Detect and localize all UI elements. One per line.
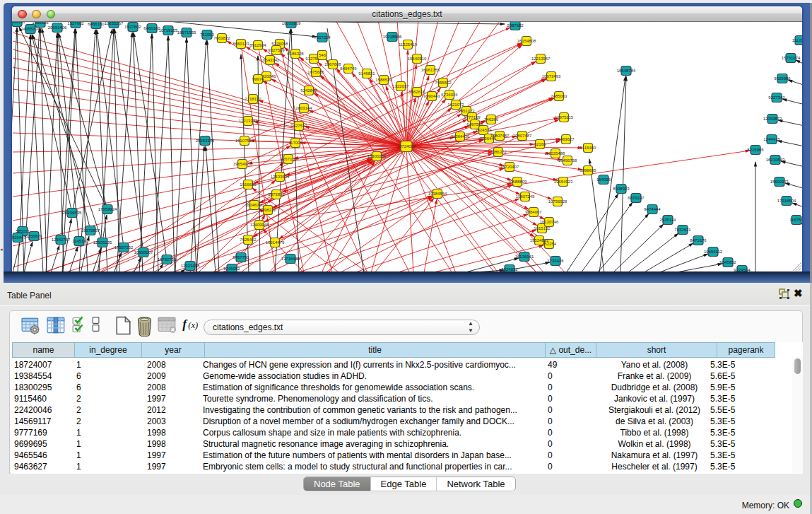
- svg-text:9777169: 9777169: [464, 115, 481, 119]
- svg-text:12093872: 12093872: [763, 117, 782, 121]
- svg-text:16914479: 16914479: [266, 240, 285, 245]
- svg-text:19375857: 19375857: [81, 228, 100, 233]
- svg-text:16107553: 16107553: [235, 139, 254, 143]
- svg-text:9146821: 9146821: [358, 71, 375, 76]
- svg-text:9463627: 9463627: [558, 137, 575, 141]
- svg-text:19654983: 19654983: [233, 162, 252, 166]
- svg-text:9245052: 9245052: [223, 267, 240, 271]
- svg-text:2803144: 2803144: [295, 106, 312, 110]
- svg-text:8454749: 8454749: [340, 66, 357, 71]
- svg-text:16210643: 16210643: [766, 158, 785, 162]
- svg-text:20691406: 20691406: [48, 25, 67, 30]
- svg-text:9427512: 9427512: [290, 124, 307, 128]
- svg-text:9242848: 9242848: [300, 88, 317, 93]
- svg-text:f: f: [182, 317, 188, 331]
- svg-text:114519: 114519: [72, 239, 86, 243]
- svg-text:5873832: 5873832: [268, 192, 285, 197]
- svg-text:5226058: 5226058: [271, 42, 288, 46]
- svg-text:9329986: 9329986: [774, 76, 791, 81]
- svg-text:10025488: 10025488: [546, 151, 565, 156]
- svg-text:10654112: 10654112: [704, 250, 723, 254]
- svg-text:117006: 117006: [288, 141, 302, 145]
- svg-text:746266: 746266: [484, 117, 499, 122]
- svg-text:1065526: 1065526: [32, 22, 49, 25]
- svg-text:15720407: 15720407: [500, 165, 519, 169]
- svg-text:16120746: 16120746: [540, 220, 559, 224]
- svg-text:19218506: 19218506: [383, 35, 402, 39]
- svg-text:8471676: 8471676: [690, 238, 707, 243]
- svg-text:15640910: 15640910: [408, 57, 427, 61]
- svg-text:9327509: 9327509: [268, 48, 285, 52]
- svg-text:7955812: 7955812: [435, 81, 452, 85]
- svg-text:3624534: 3624534: [475, 128, 492, 132]
- svg-text:9457791: 9457791: [233, 255, 249, 259]
- svg-text:21364436: 21364436: [451, 134, 470, 139]
- svg-text:17957252: 17957252: [114, 245, 134, 250]
- svg-text:16154808: 16154808: [517, 39, 536, 43]
- svg-text:6899695: 6899695: [579, 168, 596, 173]
- svg-text:2093141: 2093141: [12, 22, 25, 24]
- svg-text:7632621: 7632621: [674, 228, 691, 232]
- svg-text:8215955: 8215955: [747, 148, 764, 152]
- svg-text:25053346: 25053346: [196, 139, 215, 143]
- svg-text:8660123: 8660123: [233, 42, 249, 46]
- svg-text:19654923: 19654923: [554, 180, 573, 184]
- svg-text:15751074: 15751074: [782, 56, 801, 60]
- svg-text:12505135: 12505135: [93, 240, 112, 245]
- svg-text:62160: 62160: [534, 142, 546, 146]
- svg-text:10807487: 10807487: [490, 134, 510, 138]
- svg-text:7386372: 7386372: [490, 150, 507, 154]
- svg-text:2451072: 2451072: [458, 109, 475, 113]
- svg-text:7485063: 7485063: [551, 94, 567, 98]
- svg-text:(x): (x): [188, 320, 198, 330]
- svg-text:1527602: 1527602: [124, 25, 141, 29]
- svg-text:9474444: 9474444: [644, 207, 661, 211]
- svg-text:9115460: 9115460: [580, 146, 597, 150]
- svg-text:7663822: 7663822: [213, 36, 230, 40]
- svg-text:11325419: 11325419: [399, 42, 418, 47]
- svg-text:16648784: 16648784: [617, 69, 636, 73]
- svg-text:7357224: 7357224: [314, 35, 331, 40]
- svg-text:16033809: 16033809: [282, 22, 301, 25]
- svg-text:546: 546: [319, 53, 326, 57]
- svg-text:9990443: 9990443: [423, 94, 440, 98]
- svg-text:17016504: 17016504: [777, 199, 796, 203]
- svg-text:10719155: 10719155: [159, 28, 178, 33]
- svg-text:13533594: 13533594: [271, 175, 290, 179]
- svg-text:12213967: 12213967: [531, 57, 551, 61]
- svg-text:5498222: 5498222: [259, 208, 276, 212]
- svg-text:1733426: 1733426: [547, 259, 564, 263]
- svg-text:2935114: 2935114: [660, 218, 677, 222]
- svg-text:9227342: 9227342: [768, 95, 785, 100]
- svg-text:6466160: 6466160: [88, 22, 105, 26]
- svg-text:1156829: 1156829: [26, 234, 43, 238]
- svg-text:2867608: 2867608: [324, 62, 341, 66]
- svg-text:1244415: 1244415: [763, 137, 780, 141]
- svg-text:16495758: 16495758: [558, 158, 577, 163]
- svg-text:16136141: 16136141: [515, 255, 534, 259]
- svg-text:19524851: 19524851: [530, 238, 549, 243]
- svg-text:15692971: 15692971: [770, 180, 789, 184]
- svg-text:8912934: 8912934: [249, 43, 266, 47]
- svg-text:8524852: 8524852: [501, 267, 518, 271]
- svg-text:12409948: 12409948: [250, 223, 269, 227]
- svg-text:10958107: 10958107: [134, 250, 153, 255]
- svg-text:12923448: 12923448: [181, 264, 200, 268]
- svg-text:18300295: 18300295: [367, 154, 387, 158]
- svg-text:1322037: 1322037: [392, 84, 409, 88]
- svg-text:751552: 751552: [200, 33, 215, 37]
- svg-text:1527602: 1527602: [67, 22, 84, 25]
- svg-text:10807487: 10807487: [513, 134, 532, 138]
- svg-text:8186328: 8186328: [287, 52, 304, 56]
- svg-text:26206535: 26206535: [63, 211, 82, 215]
- svg-text:3267110: 3267110: [281, 157, 298, 161]
- svg-text:10543342: 10543342: [261, 58, 280, 62]
- svg-text:9245652: 9245652: [719, 260, 736, 264]
- svg-text:9084067: 9084067: [525, 210, 542, 214]
- svg-text:17359924: 17359924: [98, 207, 117, 211]
- svg-text:12213383: 12213383: [239, 119, 258, 123]
- svg-text:16671355: 16671355: [177, 30, 196, 35]
- svg-text:7625402: 7625402: [240, 238, 257, 242]
- svg-text:6734024: 6734024: [441, 93, 458, 97]
- svg-text:1621072: 1621072: [447, 103, 464, 107]
